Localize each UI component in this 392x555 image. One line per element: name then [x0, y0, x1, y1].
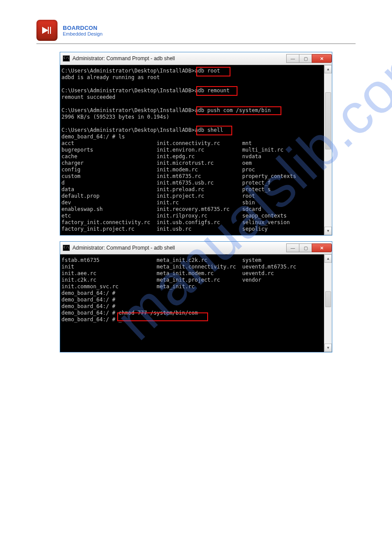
scrollbar[interactable]: ▲ ▼ — [324, 65, 332, 235]
brand-name: BOARDCON — [63, 25, 103, 31]
cmd-window-2: Administrator: Command Prompt - adb shel… — [60, 241, 332, 352]
cmd-prompt-icon — [63, 245, 70, 251]
close-button[interactable]: ✕ — [312, 243, 332, 252]
terminal-output: fstab.mt6735 meta_init.c2k.rc system ini… — [60, 254, 332, 326]
page-header: BOARDCON Embedded Design — [36, 20, 356, 44]
maximize-button[interactable]: ▢ — [299, 54, 312, 63]
brand-logo-icon — [36, 20, 58, 41]
brand-tagline: Embedded Design — [63, 31, 103, 36]
svg-marker-0 — [42, 27, 48, 34]
minimize-button[interactable]: — — [286, 54, 299, 63]
cmd-window-1: Administrator: Command Prompt - adb shel… — [60, 52, 332, 236]
titlebar: Administrator: Command Prompt - adb shel… — [60, 52, 332, 65]
titlebar: Administrator: Command Prompt - adb shel… — [60, 242, 332, 254]
cmd-prompt-icon — [63, 55, 70, 62]
terminal-output: C:\Users\Administrator\Desktop\InstallAD… — [60, 65, 332, 235]
scroll-thumb[interactable] — [325, 92, 331, 149]
brand-text: BOARDCON Embedded Design — [63, 25, 103, 36]
scroll-up-button[interactable]: ▲ — [324, 254, 332, 263]
scroll-down-button[interactable]: ▼ — [324, 344, 332, 352]
scroll-down-button[interactable]: ▼ — [324, 227, 332, 235]
scroll-thumb[interactable] — [325, 291, 331, 307]
scrollbar[interactable]: ▲ ▼ — [324, 254, 332, 352]
minimize-button[interactable]: — — [286, 243, 299, 252]
close-button[interactable]: ✕ — [312, 54, 332, 63]
window-title: Administrator: Command Prompt - adb shel… — [72, 245, 175, 251]
window-title: Administrator: Command Prompt - adb shel… — [72, 55, 175, 62]
scroll-up-button[interactable]: ▲ — [324, 65, 332, 73]
maximize-button[interactable]: ▢ — [299, 243, 312, 252]
